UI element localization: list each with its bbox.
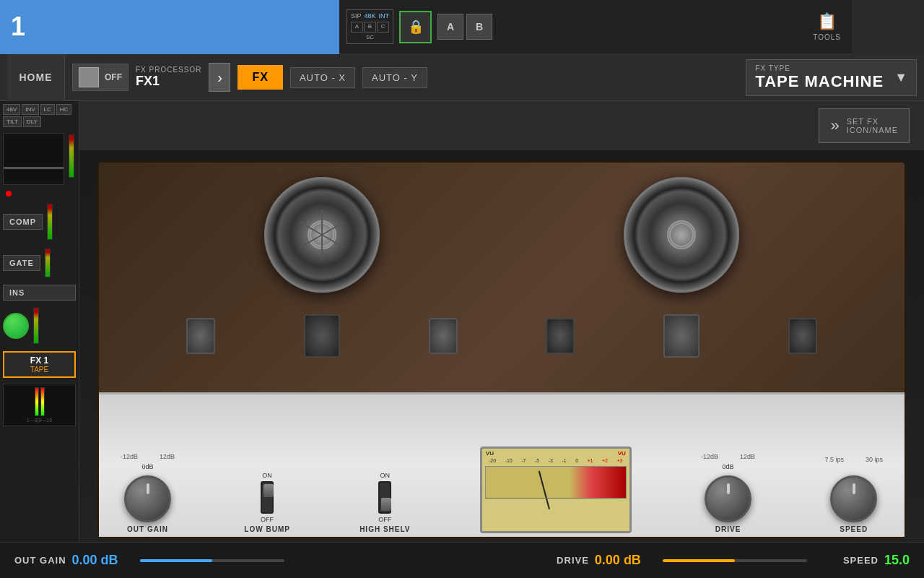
drive-slider[interactable]	[663, 559, 807, 562]
knob-section	[0, 303, 79, 348]
filter-48v[interactable]: 48V	[3, 104, 20, 115]
drive-slider-fill	[663, 559, 735, 562]
sidebar-knob[interactable]	[3, 313, 29, 339]
auto-x-button[interactable]: AUTO - X	[290, 67, 355, 88]
speed-bottom-label: SPEED	[843, 555, 879, 566]
red-dot-area	[0, 188, 79, 199]
drive-param: DRIVE 0.00 dB	[557, 553, 641, 568]
low-bump-toggle[interactable]	[261, 481, 274, 514]
vu-baseline	[485, 498, 627, 499]
out-gain-control: -12dB 12dB 0dB OUT GAIN	[121, 453, 175, 533]
out-gain-label: OUT GAIN	[127, 525, 168, 533]
filter-lc[interactable]: LC	[40, 104, 55, 115]
right-content: » SET FX ICON/NAME FX	[79, 101, 924, 542]
left-sidebar: 48V INV LC HC TILT DLY COMP GATE	[0, 101, 79, 542]
b-button[interactable]: B	[466, 14, 492, 40]
auto-y-button[interactable]: AUTO - Y	[362, 67, 427, 88]
drive-label: DRIVE	[715, 525, 741, 533]
speed-param: SPEED 15.0	[843, 553, 910, 568]
out-gain-slider[interactable]	[140, 559, 284, 562]
track-number: 1	[0, 0, 339, 54]
high-shelv-toggle[interactable]	[378, 481, 391, 514]
fx-arrow-button[interactable]: ›	[209, 63, 230, 92]
second-bar: HOME OFF FX PROCESSOR FX1 › FX AUTO - X …	[0, 54, 924, 101]
low-bump-label: LOW BUMP	[244, 525, 290, 533]
high-shelv-label: HIGH SHELV	[359, 525, 410, 533]
set-fx-area: » SET FX ICON/NAME	[79, 101, 924, 150]
fader-area	[0, 130, 79, 188]
transport-main-head	[663, 314, 699, 358]
top-bar-center: SIP 48K INT A B C SC 🔒 A B	[339, 9, 500, 44]
vu-display	[485, 466, 627, 509]
machine-panel: -12dB 12dB 0dB OUT GAIN ON	[99, 392, 905, 537]
right-reel-group	[624, 177, 739, 293]
fx-type-section: FX TYPE TAPE MACHINE ▼	[746, 59, 917, 96]
out-gain-knob[interactable]	[124, 475, 171, 522]
fader-strip	[3, 133, 64, 185]
fx-button[interactable]: FX	[237, 65, 282, 90]
tape-machine-container: FX	[79, 150, 924, 542]
sidebar-meter-vert	[33, 308, 39, 344]
a-button[interactable]: A	[437, 14, 463, 40]
top-bar: 1 SIP 48K INT A B C SC 🔒 A B 📋 TOOLS	[0, 0, 924, 54]
sip-grid: A B C	[351, 22, 389, 32]
transport-area	[142, 307, 861, 365]
out-gain-scale: -12dB 12dB	[121, 453, 175, 460]
speed-control: 7.5 ips 30 ips SPEED	[824, 456, 883, 533]
vu-bg	[485, 466, 627, 499]
top-bar-right	[852, 0, 924, 54]
high-shelv-handle	[381, 498, 391, 511]
right-reel-hub	[667, 220, 696, 249]
filter-dly[interactable]: DLY	[23, 116, 41, 127]
comp-section: COMP	[0, 199, 79, 244]
home-button[interactable]: HOME	[7, 54, 65, 101]
lock-button[interactable]: 🔒	[399, 11, 432, 43]
comp-fader	[47, 204, 53, 240]
transport-knob-4	[788, 318, 817, 354]
fader-handle[interactable]	[4, 167, 64, 169]
fx-processor-info: FX PROCESSOR FX1	[136, 66, 201, 89]
fx1-slot-sub: TAPE	[7, 366, 71, 374]
gate-button[interactable]: GATE	[3, 255, 40, 271]
low-bump-control: ON OFF LOW BUMP	[244, 472, 290, 533]
comp-button[interactable]: COMP	[3, 214, 43, 230]
red-indicator	[6, 191, 12, 197]
machine-wood-body: -12dB 12dB 0dB OUT GAIN ON	[97, 161, 906, 538]
drive-bottom-value: 0.00 dB	[595, 553, 641, 568]
bottom-bar: OUT GAIN 0.00 dB DRIVE 0.00 dB SPEED 15.…	[0, 542, 924, 578]
out-gain-slider-fill	[140, 559, 212, 562]
filter-tilt[interactable]: TILT	[3, 116, 22, 127]
drive-scale: -12dB 12dB	[701, 453, 755, 460]
off-label: OFF	[105, 72, 122, 82]
fx-toggle[interactable]: OFF	[72, 64, 128, 91]
set-fx-button[interactable]: » SET FX ICON/NAME	[819, 108, 910, 143]
speed-knob[interactable]	[830, 475, 877, 522]
set-fx-text: SET FX ICON/NAME	[847, 117, 898, 134]
gate-section: GATE	[0, 244, 79, 282]
filter-group: 48V INV LC HC TILT DLY	[0, 101, 79, 130]
low-bump-handle	[263, 484, 274, 497]
filter-hc[interactable]: HC	[56, 104, 72, 115]
transport-knob-2	[429, 318, 458, 354]
meter-bar-l	[35, 387, 39, 416]
tools-button[interactable]: 📋 TOOLS	[802, 7, 852, 47]
transport-head	[304, 314, 340, 358]
meter-bar-r	[40, 387, 45, 416]
fx1-slot[interactable]: FX 1 TAPE	[3, 351, 76, 378]
drive-knob[interactable]	[705, 475, 751, 522]
out-gain-param: OUT GAIN 0.00 dB	[14, 553, 118, 568]
filter-inv[interactable]: INV	[22, 104, 38, 115]
vu-meter: VU VU -20-10-7-5-3-10+1+2+3	[480, 447, 632, 533]
out-gain-bottom-label: OUT GAIN	[14, 555, 66, 566]
set-fx-arrows-icon: »	[830, 116, 839, 135]
gate-fader	[45, 249, 51, 277]
tools-icon: 📋	[817, 12, 837, 31]
fx1-slot-label: FX 1	[7, 355, 71, 366]
speed-label: SPEED	[840, 525, 868, 533]
drive-control: -12dB 12dB 0dB DRIVE	[701, 453, 755, 533]
out-gain-bottom-value: 0.00 dB	[72, 553, 118, 568]
fx-type-dropdown[interactable]: ▼	[894, 70, 907, 85]
ins-button[interactable]: INS	[3, 285, 76, 301]
tools-label: TOOLS	[813, 33, 841, 41]
speed-scale: 7.5 ips 30 ips	[824, 456, 883, 463]
